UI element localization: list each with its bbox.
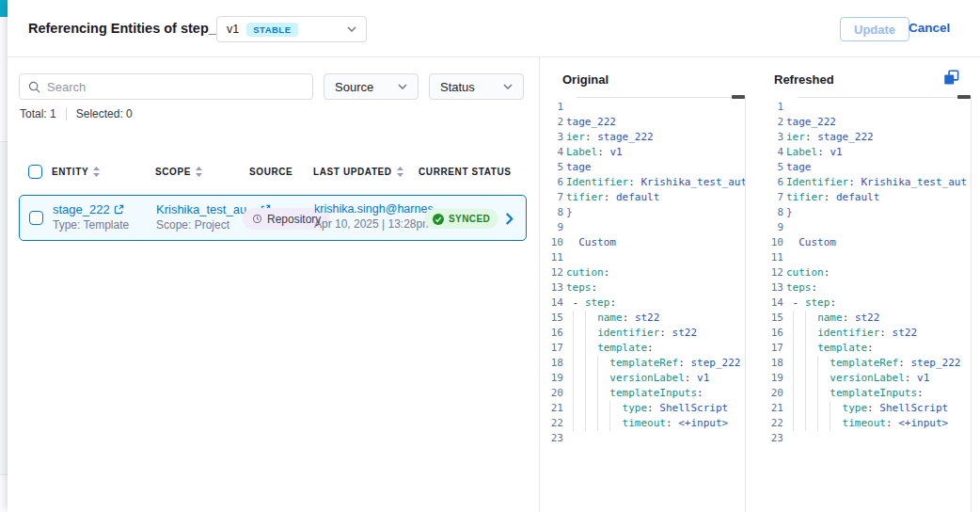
indent-guide	[597, 416, 598, 431]
indent-guide	[573, 416, 574, 431]
modal: Referencing Entities of step_222 v1 STAB…	[8, 0, 980, 512]
code-line: 17 template:	[544, 341, 745, 356]
indent-guide	[793, 371, 794, 386]
refreshed-vscrollbar-track[interactable]	[971, 97, 972, 512]
row-checkbox[interactable]	[29, 211, 43, 225]
status-badge: SYNCED	[424, 209, 498, 229]
indent-guide	[609, 416, 610, 431]
indent-guide	[805, 311, 806, 326]
code-line: 10 Custom	[544, 235, 745, 250]
sort-icon[interactable]	[196, 167, 202, 177]
indent-guide	[585, 386, 586, 401]
indent-guide	[573, 356, 574, 371]
select-all-checkbox[interactable]	[28, 165, 42, 179]
indent-guide	[793, 416, 794, 431]
original-hscrollbar-track[interactable]	[577, 97, 745, 98]
code-line: 8}	[544, 205, 745, 220]
line-number: 15	[764, 312, 783, 324]
modal-body: Source Status Total: 1 Selected: 0	[8, 57, 980, 512]
code-line: 1	[764, 100, 971, 115]
indent-guide	[830, 416, 830, 431]
line-number: 22	[764, 417, 783, 429]
sort-icon[interactable]	[93, 167, 100, 177]
indent-guide	[573, 326, 574, 341]
totals-separator	[66, 107, 67, 120]
line-number: 18	[764, 357, 783, 369]
refreshed-code-editor[interactable]: 12tage_2223ier: stage_2224Label: v15tage…	[764, 100, 971, 446]
line-number: 2	[544, 116, 563, 128]
line-number: 20	[544, 387, 563, 399]
line-number: 19	[764, 372, 783, 384]
scope-link[interactable]: Krishika_test_au...	[156, 202, 257, 216]
indent-guide	[573, 401, 574, 416]
sort-icon[interactable]	[397, 167, 403, 177]
code-line: 7tifier: default	[764, 190, 971, 205]
code-line: 21 type: ShellScript	[764, 401, 971, 416]
code-line: 13teps:	[544, 280, 745, 296]
copy-icon[interactable]	[943, 70, 959, 86]
line-number: 8	[764, 206, 783, 218]
cancel-button[interactable]: Cancel	[909, 21, 950, 35]
chevron-down-icon	[398, 84, 407, 89]
code-line: 4Label: v1	[544, 145, 745, 160]
search-input[interactable]	[47, 80, 292, 94]
original-vscrollbar-track[interactable]	[745, 97, 746, 512]
original-code-editor[interactable]: 12tage_2223ier: stage_2224Label: v15tage…	[544, 100, 745, 446]
original-hscrollbar-thumb[interactable]	[732, 95, 745, 99]
line-number: 19	[544, 372, 563, 384]
code-line: 4Label: v1	[764, 145, 971, 160]
refreshed-hscrollbar-thumb[interactable]	[957, 95, 971, 99]
line-number: 6	[544, 176, 563, 188]
line-number: 10	[764, 236, 783, 248]
source-filter-dropdown[interactable]: Source	[324, 73, 419, 100]
indent-guide	[573, 311, 574, 326]
update-button[interactable]: Update	[840, 17, 909, 41]
line-number: 4	[544, 146, 563, 158]
version-label: v1	[227, 23, 239, 36]
line-number: 14	[544, 296, 563, 309]
totals-bar: Total: 1 Selected: 0	[20, 107, 133, 120]
indent-guide	[817, 416, 818, 431]
line-number: 3	[544, 131, 563, 143]
chevron-right-icon[interactable]	[505, 213, 514, 225]
column-header-source: SOURCE	[249, 167, 292, 177]
indent-guide	[573, 341, 574, 356]
pane-divider	[539, 57, 540, 512]
table-row[interactable]: stage_222 Type: Template Krishika_test_a…	[19, 195, 527, 241]
line-number: 20	[764, 387, 783, 399]
indent-guide	[585, 401, 586, 416]
line-number: 13	[764, 281, 783, 294]
line-number: 17	[764, 342, 783, 354]
status-filter-dropdown[interactable]: Status	[429, 73, 524, 100]
external-link-icon[interactable]	[114, 204, 124, 215]
modal-header: Referencing Entities of step_222 v1 STAB…	[8, 0, 980, 57]
indent-guide	[793, 311, 794, 326]
line-number: 5	[544, 161, 563, 173]
code-line: 15 name: st22	[764, 311, 971, 326]
version-dropdown[interactable]: v1 STABLE	[216, 16, 367, 42]
refreshed-hscrollbar-track[interactable]	[798, 97, 971, 98]
line-number: 5	[764, 161, 783, 173]
line-number: 17	[544, 342, 563, 354]
indent-guide	[793, 326, 794, 341]
code-line: 7tifier: default	[544, 190, 745, 205]
entity-link[interactable]: stage_222	[53, 202, 110, 216]
updated-by-link[interactable]: krishika.singh@harnes...	[314, 202, 443, 216]
stable-badge: STABLE	[246, 23, 297, 37]
code-line: 17 template:	[764, 341, 971, 356]
line-number: 15	[544, 312, 563, 324]
line-number: 11	[764, 251, 783, 264]
indent-guide	[585, 341, 586, 356]
code-line: 6Identifier: Krishika_test_aut	[764, 175, 971, 190]
line-number: 4	[764, 146, 783, 158]
line-number: 21	[544, 402, 563, 414]
total-count: Total: 1	[20, 107, 56, 120]
indent-guide	[793, 401, 794, 416]
column-header-entity: ENTITY	[52, 167, 100, 177]
indent-guide	[805, 371, 806, 386]
code-line: 16 identifier: st22	[764, 326, 971, 341]
line-number: 22	[544, 417, 563, 429]
search-box	[19, 73, 313, 100]
line-number: 2	[764, 116, 783, 128]
line-number: 3	[764, 131, 783, 143]
